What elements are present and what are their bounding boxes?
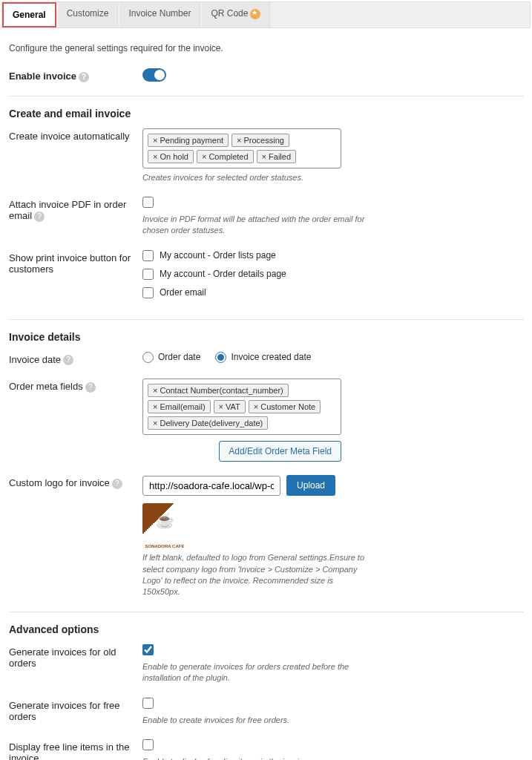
- print-opt-checkbox[interactable]: [142, 269, 154, 280]
- section-invoice-details: Invoice details: [9, 331, 523, 343]
- gen-free-checkbox[interactable]: [142, 698, 154, 709]
- tag-item[interactable]: Failed: [257, 150, 296, 163]
- help-icon[interactable]: ?: [63, 355, 73, 365]
- section-advanced: Advanced options: [9, 623, 523, 635]
- tag-item[interactable]: VAT: [214, 400, 246, 413]
- gen-old-label: Generate invoices for old orders: [9, 644, 142, 669]
- create-auto-tagbox[interactable]: Pending payment Processing On hold Compl…: [142, 128, 341, 168]
- invoice-date-label: Invoice date?: [9, 352, 142, 366]
- create-auto-help: Creates invoices for selected order stat…: [142, 172, 365, 183]
- order-meta-label: Order meta fields?: [9, 379, 142, 393]
- invoice-date-radio-order[interactable]: [142, 352, 154, 363]
- tab-invoice-number[interactable]: Invoice Number: [119, 2, 200, 27]
- tab-qr-code[interactable]: QR Code: [202, 2, 270, 27]
- logo-preview: [142, 503, 187, 537]
- help-icon[interactable]: ?: [79, 72, 89, 82]
- tab-customize[interactable]: Customize: [58, 2, 119, 27]
- invoice-date-radio-created[interactable]: [215, 352, 226, 363]
- disp-free-checkbox[interactable]: [142, 739, 154, 750]
- tag-item[interactable]: Processing: [231, 134, 289, 147]
- logo-label: Custom logo for invoice?: [9, 475, 142, 489]
- divider: [9, 612, 523, 612]
- tag-item[interactable]: Pending payment: [148, 134, 229, 147]
- enable-invoice-label: Enable invoice?: [9, 68, 142, 82]
- gen-old-checkbox[interactable]: [142, 644, 154, 655]
- upload-button[interactable]: Upload: [286, 475, 335, 496]
- disp-free-label: Display free line items in the invoice: [9, 739, 142, 760]
- crown-icon: [250, 9, 260, 19]
- attach-pdf-help: Invoice in PDF format will be attached w…: [142, 214, 365, 237]
- order-meta-tagbox[interactable]: Contact Number(contact_number) Email(ema…: [142, 379, 341, 435]
- attach-pdf-label: Attach invoice PDF in order email?: [9, 197, 142, 222]
- section-create-email: Create and email invoice: [9, 108, 523, 119]
- gen-free-help: Enable to create invoices for free order…: [142, 715, 365, 726]
- radio-label: Order date: [158, 352, 200, 362]
- tag-item[interactable]: On hold: [148, 150, 194, 163]
- logo-help: If left blank, defaulted to logo from Ge…: [142, 552, 365, 598]
- attach-pdf-checkbox[interactable]: [142, 197, 154, 208]
- print-opt-label: Order email: [160, 287, 206, 298]
- help-icon[interactable]: ?: [112, 479, 122, 489]
- tag-item[interactable]: Email(email): [148, 400, 211, 413]
- print-opt-checkbox[interactable]: [142, 287, 154, 298]
- tab-general[interactable]: General: [2, 2, 56, 27]
- logo-url-input[interactable]: [142, 476, 280, 496]
- divider: [9, 96, 523, 96]
- help-icon[interactable]: ?: [34, 212, 45, 222]
- show-print-label: Show print invoice button for customers: [9, 250, 142, 275]
- gen-free-label: Generate invoices for free orders: [9, 698, 142, 722]
- create-auto-label: Create invoice automatically: [9, 128, 142, 142]
- divider: [9, 319, 523, 320]
- gen-old-help: Enable to generate invoices for orders c…: [142, 661, 365, 684]
- print-opt-label: My account - Order lists page: [160, 250, 276, 261]
- logo-brand: SONADORA CAFE: [142, 544, 187, 548]
- print-opt-checkbox[interactable]: [142, 250, 154, 261]
- radio-label: Invoice created date: [231, 352, 311, 362]
- tag-item[interactable]: Completed: [197, 150, 254, 163]
- add-meta-button[interactable]: Add/Edit Order Meta Field: [219, 441, 341, 462]
- intro-text: Configure the general settings required …: [9, 43, 523, 53]
- tag-item[interactable]: Delivery Date(delivery_date): [148, 416, 268, 430]
- print-opt-label: My account - Order details page: [160, 269, 286, 279]
- tabs-bar: General Customize Invoice Number QR Code: [1, 1, 531, 28]
- help-icon[interactable]: ?: [85, 382, 96, 393]
- disp-free-help: Enable to display free line items in the…: [142, 756, 365, 760]
- tag-item[interactable]: Contact Number(contact_number): [148, 384, 289, 397]
- enable-invoice-toggle[interactable]: [142, 68, 166, 82]
- tag-item[interactable]: Customer Note: [249, 400, 321, 413]
